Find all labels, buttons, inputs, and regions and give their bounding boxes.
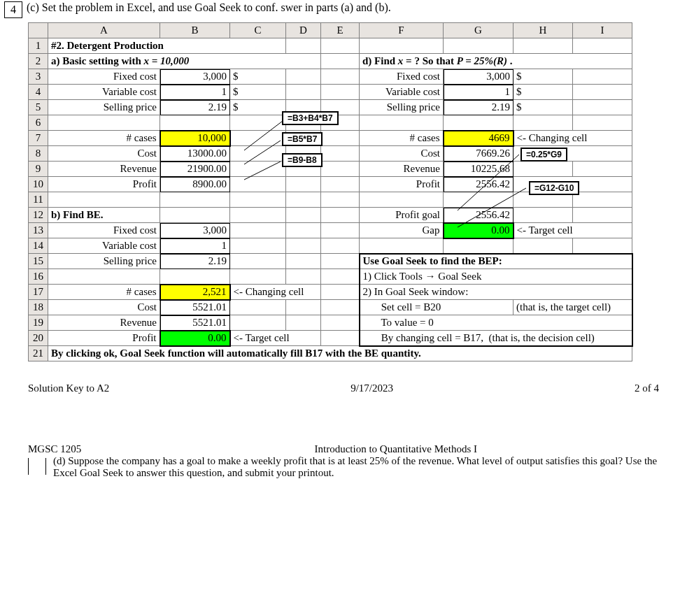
cell-B19[interactable]: 5521.01 (160, 315, 230, 331)
cell-C17[interactable]: <- Changing cell (230, 285, 321, 300)
cell-A14[interactable]: Variable cost (48, 238, 160, 254)
col-F[interactable]: F (360, 23, 444, 38)
cell-A10[interactable]: Profit (48, 177, 160, 192)
rowhdr-5[interactable]: 5 (29, 100, 48, 115)
cell-F8[interactable]: Cost (360, 146, 444, 162)
cell-G3[interactable]: 3,000 (444, 69, 514, 85)
cell-G13[interactable]: 0.00 (444, 223, 514, 238)
cell-F18[interactable]: Set cell = B20 (360, 300, 514, 315)
rowhdr-19[interactable]: 19 (29, 315, 48, 331)
cell-F9[interactable]: Revenue (360, 162, 444, 177)
rowhdr-12[interactable]: 12 (29, 208, 48, 223)
rowhdr-20[interactable]: 20 (29, 331, 48, 346)
cell-G12[interactable]: 2556.42 (444, 208, 514, 223)
rowhdr-11[interactable]: 11 (29, 192, 48, 208)
cell-G8[interactable]: 7669.26 (444, 146, 514, 162)
rowhdr-15[interactable]: 15 (29, 254, 48, 269)
cell-A8[interactable]: Cost (48, 146, 160, 162)
cell-A21[interactable]: By clicking ok, Goal Seek function will … (48, 346, 632, 361)
rowhdr-2[interactable]: 2 (29, 54, 48, 69)
rowhdr-18[interactable]: 18 (29, 300, 48, 315)
cell-F15[interactable]: Use Goal Seek to find the BEP: (360, 254, 632, 269)
cell-F7[interactable]: # cases (360, 131, 444, 146)
cell-A13[interactable]: Fixed cost (48, 223, 160, 238)
cell-C3[interactable]: $ (230, 69, 286, 85)
rowhdr-13[interactable]: 13 (29, 223, 48, 238)
cell-F3[interactable]: Fixed cost (360, 69, 444, 85)
cell-B20[interactable]: 0.00 (160, 331, 230, 346)
cell-H7[interactable]: <- Changing cell (514, 131, 632, 146)
cell-B8[interactable]: 13000.00 (160, 146, 230, 162)
cell-C4[interactable]: $ (230, 85, 286, 100)
cell-F5[interactable]: Selling price (360, 100, 444, 115)
col-D[interactable]: D (286, 23, 321, 38)
corner-cell[interactable] (29, 23, 48, 38)
cell-A1[interactable]: #2. Detergent Production (48, 38, 286, 54)
col-G[interactable]: G (444, 23, 514, 38)
rowhdr-9[interactable]: 9 (29, 162, 48, 177)
cell-F4[interactable]: Variable cost (360, 85, 444, 100)
rowhdr-4[interactable]: 4 (29, 85, 48, 100)
row-3: 3 Fixed cost 3,000 $ Fixed cost 3,000 $ (29, 69, 632, 85)
col-H[interactable]: H (514, 23, 573, 38)
cell-B15[interactable]: 2.19 (160, 254, 230, 269)
cell-A3[interactable]: Fixed cost (48, 69, 160, 85)
col-I[interactable]: I (573, 23, 632, 38)
rowhdr-16[interactable]: 16 (29, 269, 48, 285)
cell-F16[interactable]: 1) Click Tools → Goal Seek (360, 269, 632, 285)
cell-F10[interactable]: Profit (360, 177, 444, 192)
cell-A12[interactable]: b) Find BE. (48, 208, 160, 223)
cell-H5[interactable]: $ (514, 100, 573, 115)
cell-B18[interactable]: 5521.01 (160, 300, 230, 315)
cell-A20[interactable]: Profit (48, 331, 160, 346)
rowhdr-14[interactable]: 14 (29, 238, 48, 254)
cell-G7[interactable]: 4669 (444, 131, 514, 146)
col-C[interactable]: C (230, 23, 286, 38)
cell-A18[interactable]: Cost (48, 300, 160, 315)
cell-A7[interactable]: # cases (48, 131, 160, 146)
cell-A19[interactable]: Revenue (48, 315, 160, 331)
cell-H3[interactable]: $ (514, 69, 573, 85)
rowhdr-10[interactable]: 10 (29, 177, 48, 192)
cell-A17[interactable]: # cases (48, 285, 160, 300)
cell-F12[interactable]: Profit goal (360, 208, 444, 223)
cell-C5[interactable]: $ (230, 100, 286, 115)
cell-A5[interactable]: Selling price (48, 100, 160, 115)
cell-B14[interactable]: 1 (160, 238, 230, 254)
rowhdr-3[interactable]: 3 (29, 69, 48, 85)
cell-A4[interactable]: Variable cost (48, 85, 160, 100)
rowhdr-1[interactable]: 1 (29, 38, 48, 54)
cell-H18[interactable]: (that is, the target cell) (514, 300, 632, 315)
cell-B9[interactable]: 21900.00 (160, 162, 230, 177)
col-E[interactable]: E (321, 23, 360, 38)
cell-A9[interactable]: Revenue (48, 162, 160, 177)
rowhdr-8[interactable]: 8 (29, 146, 48, 162)
cell-G9[interactable]: 10225.68 (444, 162, 514, 177)
rowhdr-7[interactable]: 7 (29, 131, 48, 146)
cell-B7[interactable]: 10,000 (160, 131, 230, 146)
cell-H4[interactable]: $ (514, 85, 573, 100)
cell-B5[interactable]: 2.19 (160, 100, 230, 115)
cell-B4[interactable]: 1 (160, 85, 230, 100)
cell-C20[interactable]: <- Target cell (230, 331, 321, 346)
cell-B13[interactable]: 3,000 (160, 223, 230, 238)
cell-H13[interactable]: <- Target cell (514, 223, 632, 238)
cell-B10[interactable]: 8900.00 (160, 177, 230, 192)
col-B[interactable]: B (160, 23, 230, 38)
cell-B3[interactable]: 3,000 (160, 69, 230, 85)
cell-G4[interactable]: 1 (444, 85, 514, 100)
rowhdr-17[interactable]: 17 (29, 285, 48, 300)
cell-G10[interactable]: 2556.42 (444, 177, 514, 192)
rowhdr-21[interactable]: 21 (29, 346, 48, 361)
cell-A15[interactable]: Selling price (48, 254, 160, 269)
cell-F19[interactable]: To value = 0 (360, 315, 632, 331)
cell-B17[interactable]: 2,521 (160, 285, 230, 300)
cell-A2[interactable]: a) Basic setting with x = 10,000 (48, 54, 321, 69)
cell-G5[interactable]: 2.19 (444, 100, 514, 115)
col-A[interactable]: A (48, 23, 160, 38)
cell-F17[interactable]: 2) In Goal Seek window: (360, 285, 632, 300)
cell-F2[interactable]: d) Find x = ? So that P = 25%(R) . (360, 54, 632, 69)
cell-F20[interactable]: By changing cell = B17, (that is, the de… (360, 331, 632, 346)
cell-F13[interactable]: Gap (360, 223, 444, 238)
rowhdr-6[interactable]: 6 (29, 115, 48, 131)
